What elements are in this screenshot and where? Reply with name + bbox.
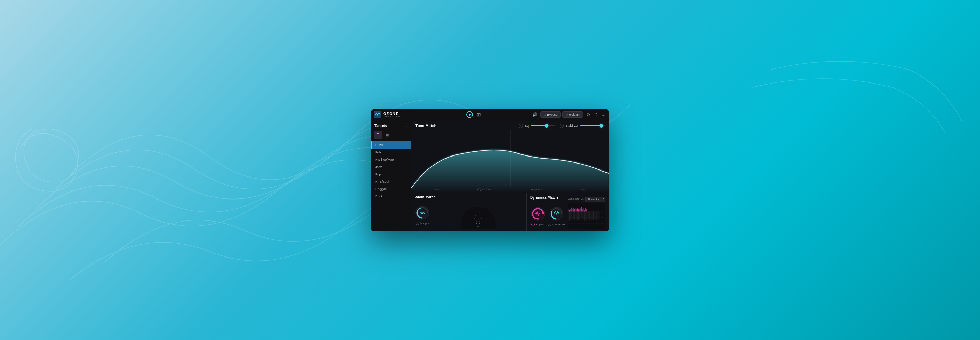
imager-info-icon[interactable]: i [416, 221, 419, 225]
impact-info-icon[interactable]: i [531, 223, 535, 226]
svg-point-36 [476, 211, 476, 212]
svg-rect-120 [592, 212, 593, 220]
sidebar-nav-list[interactable]: ☰ [374, 131, 382, 139]
svg-point-31 [480, 217, 480, 218]
svg-point-25 [484, 225, 484, 225]
sidebar-item[interactable]: Hip-hop/Rap [371, 156, 411, 163]
svg-point-9 [479, 221, 480, 221]
svg-rect-104 [582, 212, 582, 220]
main-content: Targets + ☰ ⊞ EDMFolkHip-hop/RapJazzPopR… [371, 121, 609, 231]
svg-point-28 [473, 221, 474, 222]
svg-rect-59 [573, 209, 573, 212]
eq-info-icon[interactable]: i [519, 124, 523, 128]
svg-rect-113 [588, 212, 588, 220]
svg-rect-91 [574, 212, 574, 218]
svg-rect-62 [575, 209, 575, 212]
eq-curve-svg [411, 130, 609, 193]
svg-rect-124 [595, 212, 595, 218]
app-window: OZONE ADVANCED ⊞ 🔊 ⬡ Bypass ↺ Relearn ⚙ [371, 109, 609, 231]
relearn-button[interactable]: ↺ Relearn [562, 111, 584, 118]
eq-canvas: Low i Low-Mid High-Mid High [411, 130, 609, 193]
width-match-panel: Width Match [411, 193, 527, 231]
eq-label: EQ [525, 124, 529, 128]
svg-rect-121 [593, 212, 593, 218]
svg-rect-97 [578, 212, 578, 220]
stabilizer-info-icon[interactable]: i [560, 124, 564, 128]
sidebar-add-button[interactable]: + [405, 124, 407, 128]
stabilizer-label: Stabilizer [566, 124, 579, 128]
orb-button[interactable] [466, 111, 473, 118]
freq-high: High [581, 188, 586, 191]
svg-rect-66 [577, 207, 578, 212]
sidebar-item[interactable]: Folk [371, 149, 411, 156]
svg-rect-58 [572, 208, 572, 212]
sidebar-item[interactable]: Reggae [371, 185, 411, 193]
svg-point-21 [487, 219, 487, 220]
svg-rect-98 [578, 212, 579, 220]
svg-point-18 [477, 212, 477, 213]
svg-rect-72 [581, 209, 581, 212]
sidebar-nav-grid[interactable]: ⊞ [383, 131, 391, 139]
svg-rect-90 [573, 212, 574, 219]
svg-point-7 [478, 224, 479, 225]
sidebar-item[interactable]: EDM [371, 141, 411, 149]
svg-point-16 [475, 215, 475, 216]
svg-rect-116 [590, 212, 590, 220]
freq-low: Low [434, 188, 439, 191]
impact-label-text: Impact [536, 223, 544, 226]
grid-icon[interactable]: ⊞ [477, 112, 481, 117]
svg-rect-126 [596, 212, 597, 218]
bottom-panels: Width Match [411, 193, 609, 231]
bypass-icon: ⬡ [544, 113, 546, 116]
maximizer-label: i Maximizer [548, 223, 565, 226]
svg-rect-125 [595, 212, 596, 220]
sidebar-item[interactable]: Pop [371, 171, 411, 178]
svg-rect-109 [585, 212, 585, 219]
maximizer-knob[interactable] [549, 206, 564, 221]
logo-ozone-text: OZONE [383, 112, 400, 115]
svg-rect-88 [572, 212, 572, 220]
optimize-control: Optimize for: Streaming CD Vinyl Custom … [568, 195, 606, 202]
right-panel: Tone Match i EQ i [411, 121, 609, 231]
svg-rect-117 [590, 212, 590, 221]
logo-area: OZONE ADVANCED [374, 111, 416, 119]
dynamics-visualization: -10 -15 -20 [568, 203, 606, 229]
sidebar-header: Targets + [371, 121, 411, 130]
svg-point-44 [556, 213, 557, 215]
svg-rect-81 [587, 209, 587, 212]
svg-rect-115 [589, 212, 589, 218]
sidebar-title: Targets [374, 124, 387, 128]
lowmid-info-icon[interactable]: i [477, 188, 481, 191]
impact-knob[interactable] [530, 206, 546, 221]
imager-knob[interactable] [415, 205, 430, 220]
stabilizer-slider[interactable] [580, 125, 605, 127]
tone-match-section: Tone Match i EQ i [411, 121, 609, 193]
svg-rect-112 [587, 212, 587, 218]
svg-rect-53 [569, 209, 569, 212]
svg-rect-122 [593, 212, 593, 220]
svg-point-17 [480, 215, 481, 216]
settings-icon[interactable]: ⚙ [585, 111, 592, 118]
optimize-select[interactable]: Streaming CD Vinyl Custom [585, 197, 606, 202]
sidebar-item[interactable]: Jazz [371, 163, 411, 171]
svg-rect-82 [568, 212, 569, 220]
svg-point-33 [476, 223, 477, 224]
optimize-select-wrapper: Streaming CD Vinyl Custom ▾ [585, 195, 606, 202]
help-icon[interactable]: ? [593, 111, 599, 118]
menu-icon[interactable]: ≡ [601, 111, 606, 118]
svg-rect-85 [570, 212, 571, 219]
maximizer-info-icon[interactable]: i [548, 223, 551, 226]
svg-text:-15: -15 [601, 216, 604, 218]
eq-slider[interactable] [531, 125, 555, 127]
sidebar-item[interactable]: RnB/Soul [371, 178, 411, 185]
svg-rect-52 [568, 209, 569, 212]
sidebar: Targets + ☰ ⊞ EDMFolkHip-hop/RapJazzPopR… [371, 121, 411, 231]
sidebar-item[interactable]: Rock [371, 193, 411, 200]
bypass-button[interactable]: ⬡ Bypass [540, 111, 561, 118]
svg-text:-20: -20 [601, 222, 604, 225]
svg-rect-71 [580, 208, 581, 212]
freq-lowmid: Low-Mid [482, 188, 492, 191]
svg-rect-68 [578, 209, 579, 212]
svg-point-26 [477, 226, 478, 227]
svg-rect-111 [587, 212, 587, 220]
